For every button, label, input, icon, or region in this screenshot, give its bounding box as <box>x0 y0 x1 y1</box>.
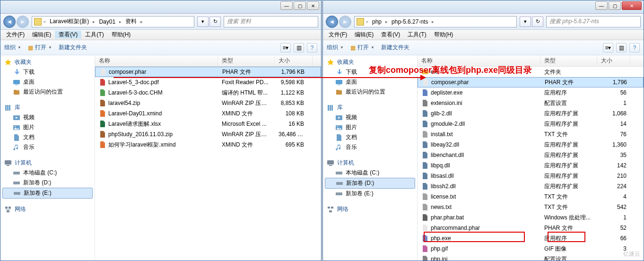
menu-help[interactable]: 帮助(H) <box>430 31 457 39</box>
sidebar-item-pictures[interactable]: 图片 <box>0 122 95 132</box>
file-row[interactable]: install.txt TXT 文件 76 <box>418 129 644 139</box>
menu-help[interactable]: 帮助(H) <box>108 31 135 39</box>
file-row[interactable]: php.exe 应用程序 66 <box>418 233 644 244</box>
sidebar-item-music[interactable]: 音乐 <box>0 142 95 152</box>
col-name[interactable]: 名称 <box>95 55 218 66</box>
refresh-button[interactable]: ↻ <box>532 17 543 27</box>
file-row[interactable]: libenchant.dll 应用程序扩展 35 <box>418 150 644 160</box>
file-row[interactable]: libsasl.dll 应用程序扩展 210 <box>418 171 644 181</box>
organize-button[interactable]: 组织▼ <box>4 44 21 52</box>
titlebar[interactable]: — ▢ ✕ <box>323 0 644 14</box>
new-folder-button[interactable]: 新建文件夹 <box>381 44 409 52</box>
sidebar-libraries[interactable]: 库 <box>0 103 95 113</box>
col-name[interactable]: 名称 <box>418 55 540 66</box>
file-row[interactable]: composer.phar PHAR 文件 1,796 <box>418 77 644 87</box>
menu-file[interactable]: 文件(F) <box>2 31 28 39</box>
file-row[interactable]: gmodule-2.dll 应用程序扩展 14 <box>418 119 644 129</box>
col-type[interactable]: 类型 <box>540 55 597 66</box>
sidebar-computer[interactable]: 计算机 <box>0 158 95 168</box>
sidebar-item-disk-d[interactable]: 新加卷 (D:) <box>0 178 95 188</box>
search-input[interactable]: 搜索 php-5.6.27-nts <box>546 16 641 27</box>
preview-button[interactable]: ▥ <box>294 43 304 52</box>
file-row[interactable]: Laravel请求图解.xlsx Microsoft Excel ... 16 … <box>95 119 321 129</box>
file-row[interactable]: php.gif GIF 图像 3 <box>418 244 644 254</box>
new-folder-button[interactable]: 新建文件夹 <box>59 44 87 52</box>
file-row[interactable]: deplister.exe 应用程序 56 <box>418 87 644 98</box>
file-row[interactable]: license.txt TXT 文件 4 <box>418 191 644 202</box>
help-button[interactable]: ? <box>307 43 317 52</box>
help-button[interactable]: ? <box>629 43 640 52</box>
sidebar-item-downloads[interactable]: 下载 <box>323 67 417 77</box>
sidebar-item-desktop[interactable]: 桌面 <box>0 77 95 87</box>
sidebar-item-music[interactable]: 音乐 <box>323 142 417 152</box>
file-row[interactable]: php.ini 配置设置 <box>418 254 644 261</box>
view-mode-button[interactable]: ≡▾ <box>603 43 613 52</box>
menu-edit[interactable]: 编辑(E) <box>28 31 55 39</box>
minimize-button[interactable]: — <box>280 1 293 10</box>
view-mode-button[interactable]: ≡▾ <box>280 43 291 52</box>
search-input[interactable]: 搜索 资料 <box>224 16 318 27</box>
sidebar-item-disk-e[interactable]: 新加卷 (E:) <box>323 189 417 199</box>
back-button[interactable]: ◄ <box>326 16 338 28</box>
preview-button[interactable]: ▥ <box>616 43 627 52</box>
sidebar-item-downloads[interactable]: 下载 <box>0 67 95 77</box>
sidebar-item-desktop[interactable]: 桌面 <box>323 77 417 87</box>
open-button[interactable]: ▦打开▼ <box>350 44 374 52</box>
file-row[interactable]: laravel54.zip WinRAR ZIP 压缩... 8,853 KB <box>95 98 321 108</box>
breadcrumb[interactable]: « php▸ php-5.6.27-nts▸ <box>354 16 517 27</box>
file-row[interactable]: Laravel-5-3-doc.CHM 编译的 HTML 帮... 1,122 … <box>95 87 321 98</box>
file-row[interactable]: ext 文件夹 <box>418 67 644 77</box>
file-row[interactable]: libpq.dll 应用程序扩展 142 <box>418 160 644 171</box>
titlebar[interactable]: — ▢ ✕ <box>0 0 321 14</box>
file-row[interactable]: libeay32.dll 应用程序扩展 1,360 <box>418 139 644 150</box>
forward-button[interactable]: ► <box>17 16 29 28</box>
sidebar-item-disk-e[interactable]: 新加卷 (E:) <box>2 188 93 199</box>
sidebar-item-pictures[interactable]: 图片 <box>323 122 417 132</box>
forward-button[interactable]: ► <box>339 16 351 28</box>
sidebar-item-documents[interactable]: 文档 <box>0 132 95 142</box>
file-row[interactable]: glib-2.dll 应用程序扩展 1,068 <box>418 108 644 119</box>
sidebar-libraries[interactable]: 库 <box>323 103 417 113</box>
breadcrumb[interactable]: « Laravel框架(新)▸ Day01▸ 资料▸ <box>32 16 194 27</box>
col-size[interactable]: 大小 <box>275 55 313 66</box>
menu-tools[interactable]: 工具(T) <box>81 31 107 39</box>
sidebar-computer[interactable]: 计算机 <box>323 158 417 168</box>
minimize-button[interactable]: — <box>595 1 608 10</box>
organize-button[interactable]: 组织▼ <box>327 44 344 52</box>
menu-view[interactable]: 查看(V) <box>377 31 404 39</box>
file-row[interactable]: phar.phar.bat Windows 批处理... 1 <box>418 212 644 223</box>
file-row[interactable]: Laravel-5_3-doc.pdf Foxit Reader PD... 9… <box>95 77 321 87</box>
refresh-button[interactable]: ↻ <box>209 17 221 27</box>
sidebar-item-documents[interactable]: 文档 <box>323 132 417 142</box>
sidebar-item-recent[interactable]: 最近访问的位置 <box>323 87 417 97</box>
sidebar-item-disk-d[interactable]: 新加卷 (D:) <box>325 178 415 189</box>
maximize-button[interactable]: ▢ <box>609 1 621 10</box>
file-row[interactable]: extension.ini 配置设置 1 <box>418 98 644 108</box>
menu-view[interactable]: 查看(V) <box>55 31 81 39</box>
sidebar-item-videos[interactable]: 视频 <box>323 113 417 122</box>
col-type[interactable]: 类型 <box>218 55 275 66</box>
maximize-button[interactable]: ▢ <box>294 1 306 10</box>
close-button[interactable]: ✕ <box>622 1 642 10</box>
sidebar-item-disk-c[interactable]: 本地磁盘 (C:) <box>0 168 95 178</box>
dropdown-button[interactable]: ▾ <box>520 17 531 27</box>
dropdown-button[interactable]: ▾ <box>197 17 209 27</box>
file-row[interactable]: pharcommand.phar PHAR 文件 52 <box>418 223 644 233</box>
menu-file[interactable]: 文件(F) <box>325 31 351 39</box>
back-button[interactable]: ◄ <box>3 16 16 28</box>
file-row[interactable]: libssh2.dll 应用程序扩展 224 <box>418 181 644 191</box>
sidebar-favorites[interactable]: 收藏夹 <box>323 57 417 67</box>
sidebar-item-videos[interactable]: 视频 <box>0 113 95 122</box>
file-row[interactable]: phpStudy_2016.11.03.zip WinRAR ZIP 压缩...… <box>95 129 321 139</box>
menu-tools[interactable]: 工具(T) <box>404 31 430 39</box>
sidebar-favorites[interactable]: 收藏夹 <box>0 57 95 67</box>
col-size[interactable]: 大小 <box>597 55 630 66</box>
sidebar-network[interactable]: 网络 <box>0 204 95 214</box>
sidebar-item-disk-c[interactable]: 本地磁盘 (C:) <box>323 168 417 178</box>
close-button[interactable]: ✕ <box>307 1 319 10</box>
sidebar-item-recent[interactable]: 最近访问的位置 <box>0 87 95 97</box>
file-row[interactable]: composer.phar PHAR 文件 1,796 KB <box>95 67 321 77</box>
file-row[interactable]: Laravel-Day01.xmind XMIND 文件 108 KB <box>95 108 321 119</box>
open-button[interactable]: ▦打开▼ <box>28 44 52 52</box>
file-row[interactable]: news.txt TXT 文件 542 <box>418 202 644 212</box>
